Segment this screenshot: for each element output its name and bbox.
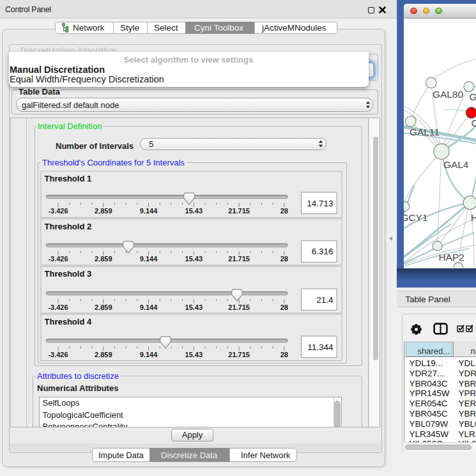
svg-text:-3.426: -3.426 [48, 255, 68, 263]
svg-text:GAL80: GAL80 [432, 88, 463, 99]
svg-text:21.4: 21.4 [316, 295, 334, 305]
svg-text:2.859: 2.859 [95, 351, 112, 358]
svg-text:9.144: 9.144 [140, 351, 158, 358]
svg-text:11.344: 11.344 [307, 342, 334, 352]
svg-text:-3.426: -3.426 [48, 303, 68, 311]
svg-text:GAL11: GAL11 [409, 126, 439, 137]
svg-text:21.715: 21.715 [228, 303, 250, 311]
svg-text:2.859: 2.859 [95, 255, 112, 263]
svg-text:9.144: 9.144 [140, 255, 158, 263]
svg-text:21.715: 21.715 [228, 351, 250, 358]
svg-text:28: 28 [280, 255, 288, 263]
svg-text:Threshold 1: Threshold 1 [45, 174, 92, 183]
svg-text:14.713: 14.713 [307, 199, 333, 208]
svg-text:Threshold 4: Threshold 4 [45, 317, 92, 326]
svg-text:H: H [470, 211, 475, 222]
svg-text:Threshold 3: Threshold 3 [45, 269, 92, 279]
svg-text:15.43: 15.43 [185, 255, 203, 263]
svg-text:21.715: 21.715 [228, 207, 250, 215]
svg-text:9.144: 9.144 [140, 303, 158, 311]
svg-text:28: 28 [280, 351, 288, 358]
svg-text:C: C [471, 118, 476, 128]
svg-text:GA: GA [469, 91, 476, 102]
svg-text:15.43: 15.43 [185, 207, 203, 215]
svg-text:9.144: 9.144 [140, 207, 158, 215]
svg-text:-3.426: -3.426 [48, 351, 68, 358]
svg-text:28: 28 [280, 207, 288, 215]
svg-text:2.859: 2.859 [95, 303, 112, 311]
svg-text:Threshold 2: Threshold 2 [45, 222, 92, 231]
svg-text:GAL4: GAL4 [443, 158, 468, 169]
svg-text:2.859: 2.859 [95, 207, 112, 215]
svg-text:HAP2: HAP2 [438, 251, 464, 262]
svg-text:-3.426: -3.426 [48, 207, 68, 215]
svg-text:28: 28 [280, 303, 288, 311]
svg-text:15.43: 15.43 [185, 351, 203, 358]
svg-text:GCY1: GCY1 [404, 211, 428, 222]
svg-text:15.43: 15.43 [185, 303, 203, 311]
svg-text:6.316: 6.316 [312, 247, 334, 256]
svg-text:21.715: 21.715 [228, 255, 250, 263]
